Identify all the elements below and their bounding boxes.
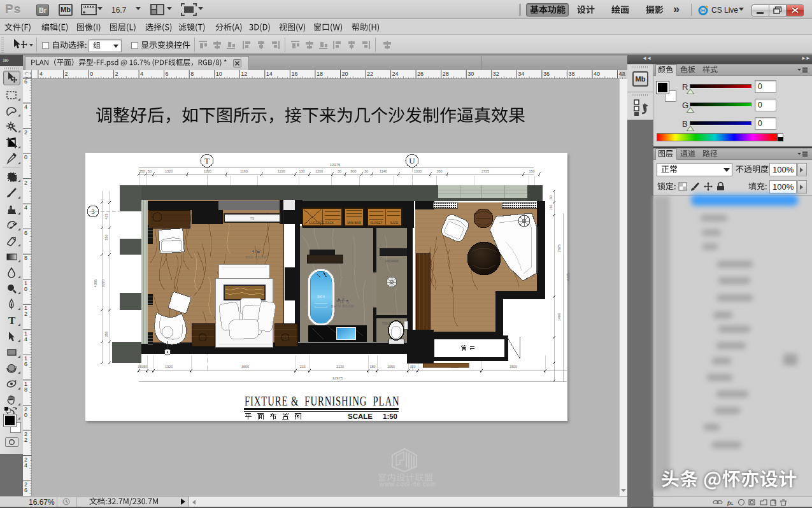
svg-text:8: 8	[190, 71, 194, 77]
svg-text:SAFE: SAFE	[390, 222, 399, 225]
svg-text:2: 2	[24, 437, 27, 443]
svg-text:0: 0	[24, 412, 27, 418]
svg-text:1:50: 1:50	[383, 413, 397, 420]
svg-text:SHOWER: SHOWER	[385, 260, 399, 263]
svg-text:20: 20	[342, 71, 348, 77]
svg-text:6: 6	[24, 230, 27, 236]
svg-text:1140: 1140	[380, 169, 387, 173]
svg-text:40: 40	[594, 71, 600, 77]
svg-text:1160: 1160	[240, 169, 248, 173]
svg-text:16: 16	[291, 71, 297, 77]
svg-text:U: U	[409, 156, 415, 166]
svg-text:1220: 1220	[204, 169, 211, 173]
svg-text:3270: 3270	[101, 279, 105, 287]
svg-text:1400: 1400	[557, 313, 561, 321]
svg-text:1200: 1200	[315, 169, 323, 173]
svg-text:6: 6	[24, 361, 27, 367]
svg-text:18: 18	[317, 71, 323, 77]
svg-text:12: 12	[241, 71, 247, 77]
svg-text:22: 22	[367, 71, 373, 77]
svg-text:35050: 35050	[138, 365, 147, 369]
svg-text:CLOSET: CLOSET	[370, 222, 382, 225]
svg-text:0: 0	[24, 286, 27, 292]
svg-text:28: 28	[443, 71, 449, 77]
svg-text:3: 3	[91, 208, 95, 215]
svg-text:150: 150	[549, 204, 553, 210]
svg-text:550: 550	[104, 234, 108, 240]
svg-text:1320: 1320	[165, 169, 173, 173]
svg-text:1050: 1050	[387, 365, 395, 369]
svg-text:12975: 12975	[332, 376, 343, 380]
svg-text:4: 4	[24, 336, 27, 342]
svg-text:800: 800	[350, 169, 356, 173]
svg-text:8: 8	[24, 255, 27, 261]
svg-text:2: 2	[24, 311, 27, 317]
svg-text:SCALE: SCALE	[348, 413, 373, 420]
svg-text:TS: TS	[250, 216, 255, 220]
svg-text:6: 6	[24, 78, 27, 85]
svg-text:8: 8	[24, 386, 27, 393]
svg-text:310: 310	[410, 365, 415, 369]
svg-text:BED ROOM: BED ROOM	[246, 256, 267, 259]
svg-text:14: 14	[266, 71, 273, 77]
svg-text:6: 6	[24, 487, 27, 493]
svg-text:4: 4	[24, 462, 27, 469]
svg-text:LUGGAGE RACK: LUGGAGE RACK	[310, 222, 334, 225]
svg-text:425: 425	[104, 213, 108, 219]
svg-text:0: 0	[24, 154, 27, 160]
svg-text:4395: 4395	[94, 279, 97, 287]
svg-text:34: 34	[518, 71, 524, 77]
svg-text:T: T	[8, 314, 16, 327]
svg-text:32: 32	[493, 71, 499, 77]
svg-text:1500: 1500	[509, 365, 517, 369]
svg-text:2725: 2725	[481, 169, 489, 173]
svg-text:1000: 1000	[414, 169, 422, 173]
svg-text:24: 24	[392, 71, 399, 77]
svg-text:fx.: fx.	[727, 500, 734, 506]
svg-text:2: 2	[65, 71, 68, 77]
svg-text:2: 2	[24, 180, 27, 186]
svg-text:30: 30	[467, 71, 474, 77]
svg-text:350: 350	[104, 331, 108, 337]
svg-text:180: 180	[369, 365, 375, 369]
svg-text:4: 4	[39, 71, 43, 77]
svg-text:6: 6	[166, 71, 169, 77]
svg-text:3600: 3600	[241, 365, 249, 369]
svg-text:36: 36	[543, 71, 550, 77]
svg-text:50: 50	[549, 195, 553, 199]
svg-text:2: 2	[115, 71, 118, 77]
svg-text:0: 0	[90, 71, 93, 77]
svg-text:38: 38	[568, 71, 574, 77]
svg-text:4: 4	[140, 71, 143, 77]
svg-text:50: 50	[148, 169, 152, 173]
svg-text:4225: 4225	[566, 273, 570, 281]
svg-text:FIXTURE & FURNISHING PLAN: FIXTURE & FURNISHING PLAN	[245, 394, 399, 409]
svg-text:2: 2	[24, 129, 27, 136]
svg-text:T: T	[204, 156, 210, 166]
svg-text:BATH: BATH	[317, 295, 325, 299]
svg-text:1220: 1220	[278, 169, 285, 173]
svg-text:130: 130	[299, 169, 304, 173]
svg-text:4: 4	[24, 104, 27, 110]
svg-text:30: 30	[364, 169, 368, 173]
svg-text:10: 10	[216, 71, 222, 77]
svg-text:1320: 1320	[165, 365, 173, 369]
svg-text:2120: 2120	[336, 365, 344, 369]
svg-text:26: 26	[417, 71, 424, 77]
svg-text:MINI BAR: MINI BAR	[347, 222, 361, 225]
svg-text:BATH ROOM: BATH ROOM	[331, 305, 354, 308]
svg-text:210: 210	[299, 365, 305, 369]
svg-text:350: 350	[139, 169, 145, 173]
svg-text:150: 150	[529, 169, 534, 173]
svg-text:12975: 12975	[330, 163, 341, 167]
svg-text:30: 30	[338, 169, 341, 173]
svg-text:350: 350	[436, 169, 442, 173]
svg-text:4: 4	[24, 204, 27, 211]
svg-text:2675: 2675	[557, 244, 561, 252]
